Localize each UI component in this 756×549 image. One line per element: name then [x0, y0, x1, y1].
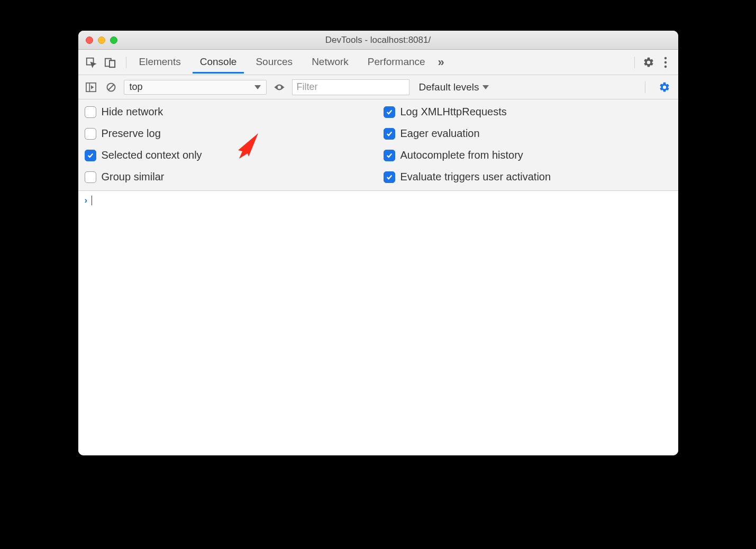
prompt-chevron-icon: › [85, 195, 88, 206]
panel-tabs: Elements Console Sources Network Perform… [132, 51, 433, 74]
clear-console-icon[interactable] [104, 80, 119, 95]
setting-autocomplete-history[interactable]: Autocomplete from history [384, 149, 672, 161]
window-title: DevTools - localhost:8081/ [78, 35, 678, 45]
tab-performance[interactable]: Performance [360, 51, 433, 74]
setting-evaluate-triggers-activation[interactable]: Evaluate triggers user activation [384, 171, 672, 183]
panel-tabbar: Elements Console Sources Network Perform… [78, 50, 678, 75]
chevron-down-icon [482, 85, 489, 89]
minimize-window-button[interactable] [98, 36, 105, 44]
checkbox-selected-context-only[interactable] [85, 150, 96, 161]
checkbox-autocomplete-history[interactable] [384, 150, 395, 161]
settings-gear-icon[interactable] [640, 52, 657, 73]
setting-log-xhr[interactable]: Log XMLHttpRequests [384, 106, 672, 118]
divider [634, 57, 635, 68]
tab-sources[interactable]: Sources [248, 51, 300, 74]
console-settings-panel: Hide network Log XMLHttpRequests Preserv… [78, 99, 678, 191]
text-cursor [92, 196, 92, 205]
console-settings-gear-icon[interactable] [656, 77, 673, 98]
svg-line-10 [108, 85, 114, 90]
kebab-menu-icon[interactable] [657, 52, 674, 73]
divider [645, 81, 645, 93]
divider [126, 57, 126, 68]
svg-point-4 [664, 57, 666, 59]
setting-label: Preserve log [102, 127, 161, 140]
setting-hide-network[interactable]: Hide network [85, 106, 373, 118]
setting-group-similar[interactable]: Group similar [85, 171, 373, 183]
devtools-window: DevTools - localhost:8081/ Elements Cons… [78, 31, 678, 455]
tab-network[interactable]: Network [304, 51, 356, 74]
setting-label: Autocomplete from history [400, 149, 523, 161]
log-level-label: Default levels [419, 81, 479, 93]
setting-label: Log XMLHttpRequests [400, 106, 507, 118]
setting-label: Group similar [102, 171, 165, 183]
setting-label: Hide network [102, 106, 163, 118]
svg-rect-2 [110, 60, 115, 67]
more-tabs-icon[interactable]: » [433, 56, 450, 69]
context-selector-value: top [130, 81, 143, 93]
svg-point-5 [664, 61, 666, 63]
setting-label: Evaluate triggers user activation [400, 171, 551, 183]
setting-eager-evaluation[interactable]: Eager evaluation [384, 127, 672, 140]
device-toolbar-icon[interactable] [102, 54, 119, 71]
traffic-lights [86, 36, 117, 44]
checkbox-group-similar[interactable] [85, 171, 96, 183]
checkbox-log-xhr[interactable] [384, 106, 395, 118]
close-window-button[interactable] [86, 36, 93, 44]
filter-input[interactable] [292, 79, 409, 95]
setting-label: Eager evaluation [400, 127, 480, 140]
setting-label: Selected context only [102, 149, 202, 161]
tab-console[interactable]: Console [193, 51, 244, 74]
console-toolbar: top Default levels [78, 75, 678, 99]
setting-selected-context-only[interactable]: Selected context only [85, 149, 373, 161]
live-expression-icon[interactable] [272, 80, 287, 95]
tab-elements[interactable]: Elements [132, 51, 188, 74]
checkbox-eager-evaluation[interactable] [384, 128, 395, 140]
checkbox-evaluate-triggers-activation[interactable] [384, 171, 395, 183]
maximize-window-button[interactable] [110, 36, 117, 44]
setting-preserve-log[interactable]: Preserve log [85, 127, 373, 140]
console-prompt-area[interactable]: › [78, 191, 678, 455]
chevron-down-icon [254, 85, 261, 89]
svg-point-6 [664, 65, 666, 67]
toggle-sidebar-icon[interactable] [84, 80, 98, 95]
context-selector[interactable]: top [124, 80, 267, 95]
checkbox-preserve-log[interactable] [85, 128, 96, 140]
inspect-element-icon[interactable] [83, 54, 99, 71]
log-level-selector[interactable]: Default levels [415, 81, 493, 93]
checkbox-hide-network[interactable] [85, 106, 96, 118]
titlebar: DevTools - localhost:8081/ [78, 31, 678, 50]
